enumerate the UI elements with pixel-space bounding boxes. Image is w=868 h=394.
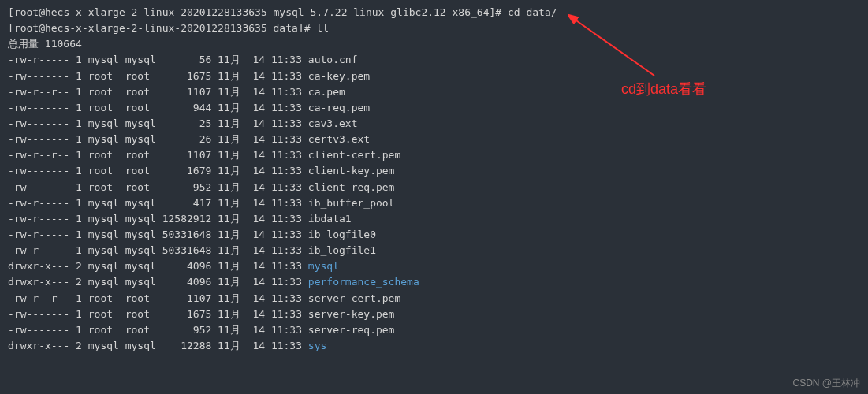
prompt-line-2: [root@hecs-x-xlarge-2-linux-202012281336…	[8, 20, 860, 36]
list-item: -rw------- 1 root root 952 11月 14 11:33 …	[8, 180, 860, 195]
file-name: ib_buffer_pool	[308, 197, 395, 209]
file-listing: -rw-r----- 1 mysql mysql 56 11月 14 11:33…	[8, 52, 860, 354]
watermark-text: CSDN @王林冲	[792, 376, 860, 391]
prompt-text: [root@hecs-x-xlarge-2-linux-202012281336…	[8, 6, 501, 18]
file-name: server-cert.pem	[308, 292, 400, 304]
file-name: server-req.pem	[308, 324, 395, 336]
list-item: -rw------- 1 mysql mysql 26 11月 14 11:33…	[8, 132, 860, 147]
command-text[interactable]: cd data/	[508, 6, 557, 18]
list-item: -rw-r--r-- 1 root root 1107 11月 14 11:33…	[8, 291, 860, 307]
file-name: sys	[308, 340, 326, 351]
list-item: -rw------- 1 root root 1679 11月 14 11:33…	[8, 163, 860, 179]
list-item: -rw-r----- 1 mysql mysql 50331648 11月 14…	[8, 227, 860, 243]
list-item: -rw-r--r-- 1 root root 1107 11月 14 11:33…	[8, 147, 860, 163]
file-name: ca.pem	[308, 86, 345, 98]
file-name: client-req.pem	[308, 181, 395, 193]
file-name: cav3.ext	[308, 117, 358, 129]
prompt-text: [root@hecs-x-xlarge-2-linux-202012281336…	[8, 22, 311, 34]
annotation-text: cd到data看看	[621, 79, 706, 101]
file-name: ib_logfile1	[308, 244, 376, 256]
list-item: -rw------- 1 root root 1675 11月 14 11:33…	[8, 69, 860, 84]
list-item: -rw-r----- 1 mysql mysql 50331648 11月 14…	[8, 243, 860, 258]
command-text[interactable]: ll	[316, 22, 329, 34]
list-item: -rw-r----- 1 mysql mysql 417 11月 14 11:3…	[8, 195, 860, 211]
file-name: server-key.pem	[308, 308, 395, 320]
file-name: mysql	[308, 260, 339, 272]
file-name: ca-req.pem	[308, 102, 370, 113]
file-name: performance_schema	[308, 276, 419, 288]
file-name: client-key.pem	[308, 165, 395, 177]
list-item: -rw------- 1 root root 1675 11月 14 11:33…	[8, 307, 860, 322]
list-item: -rw-r----- 1 mysql mysql 12582912 11月 14…	[8, 211, 860, 227]
list-item: -rw-r----- 1 mysql mysql 56 11月 14 11:33…	[8, 52, 860, 68]
total-line: 总用量 110664	[8, 36, 860, 52]
list-item: -rw------- 1 root root 944 11月 14 11:33 …	[8, 100, 860, 116]
list-item: drwxr-x--- 2 mysql mysql 4096 11月 14 11:…	[8, 274, 860, 290]
file-name: client-cert.pem	[308, 149, 400, 161]
list-item: -rw------- 1 mysql mysql 25 11月 14 11:33…	[8, 116, 860, 132]
list-item: drwxr-x--- 2 mysql mysql 4096 11月 14 11:…	[8, 258, 860, 274]
file-name: ib_logfile0	[308, 229, 376, 240]
list-item: drwxr-x--- 2 mysql mysql 12288 11月 14 11…	[8, 338, 860, 354]
file-name: ibdata1	[308, 213, 352, 225]
file-name: auto.cnf	[308, 54, 358, 65]
list-item: -rw-r--r-- 1 root root 1107 11月 14 11:33…	[8, 84, 860, 100]
file-name: ca-key.pem	[308, 70, 370, 82]
prompt-line-1: [root@hecs-x-xlarge-2-linux-202012281336…	[8, 5, 860, 20]
list-item: -rw------- 1 root root 952 11月 14 11:33 …	[8, 322, 860, 338]
file-name: certv3.ext	[308, 133, 370, 145]
